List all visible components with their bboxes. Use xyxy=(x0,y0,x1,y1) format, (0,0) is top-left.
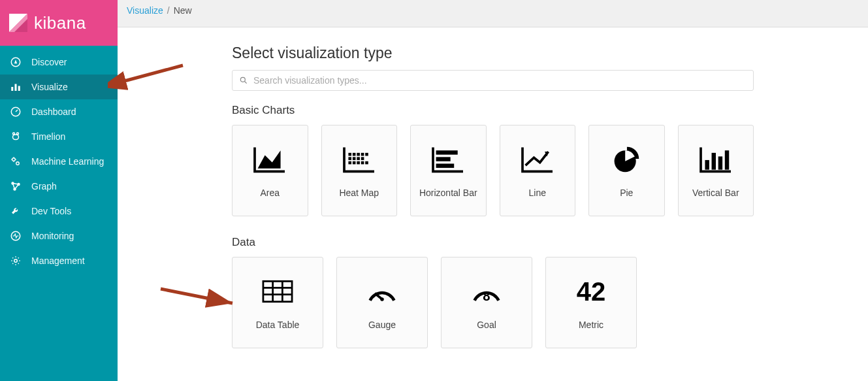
brand-name: kibana xyxy=(34,13,86,33)
sidebar-item-discover[interactable]: Discover xyxy=(0,50,118,75)
svg-rect-12 xyxy=(13,135,19,140)
viz-card-label: Horizontal Bar xyxy=(419,188,477,198)
svg-rect-47 xyxy=(711,153,715,170)
vertical-bar-icon xyxy=(696,143,735,176)
sidebar-item-monitoring[interactable]: Monitoring xyxy=(0,224,118,248)
sidebar-item-management[interactable]: Management xyxy=(0,248,118,273)
viz-card-label: Line xyxy=(529,188,546,198)
svg-line-24 xyxy=(245,82,247,84)
bear-icon xyxy=(9,130,22,143)
sidebar-item-dev-tools[interactable]: Dev Tools xyxy=(0,199,118,224)
svg-rect-28 xyxy=(357,153,360,156)
svg-rect-41 xyxy=(436,150,458,154)
viz-card-metric[interactable]: 42 Metric xyxy=(545,257,637,348)
nav: Discover Visualize Dashboard xyxy=(0,46,118,273)
svg-text:8: 8 xyxy=(483,289,490,303)
svg-rect-50 xyxy=(263,281,292,301)
brand: kibana xyxy=(0,0,118,46)
metric-value: 42 xyxy=(577,278,606,305)
data-table-icon xyxy=(258,275,297,308)
svg-rect-46 xyxy=(705,160,709,170)
svg-rect-48 xyxy=(718,156,722,169)
heat-map-icon xyxy=(340,143,379,176)
sidebar-item-label: Management xyxy=(31,256,85,266)
viz-card-label: Data Table xyxy=(256,320,300,330)
search-icon xyxy=(239,76,248,85)
svg-rect-26 xyxy=(348,153,351,156)
svg-rect-33 xyxy=(357,157,360,160)
heartbeat-icon xyxy=(9,229,22,242)
svg-rect-30 xyxy=(365,153,368,156)
viz-card-label: Pie xyxy=(620,188,633,198)
sidebar-item-dashboard[interactable]: Dashboard xyxy=(0,99,118,124)
kibana-logo-icon xyxy=(8,12,29,33)
sidebar-item-label: Discover xyxy=(31,57,67,67)
viz-card-gauge[interactable]: Gauge xyxy=(336,257,428,348)
sidebar-item-timelion[interactable]: Timelion xyxy=(0,124,118,149)
search-input[interactable] xyxy=(253,75,747,86)
svg-rect-32 xyxy=(353,157,356,160)
gears-icon xyxy=(9,155,22,168)
svg-rect-6 xyxy=(15,84,17,91)
svg-rect-27 xyxy=(353,153,356,156)
svg-rect-7 xyxy=(18,86,20,91)
breadcrumb-separator: / xyxy=(167,5,170,16)
viz-card-goal[interactable]: 8 Goal xyxy=(441,257,532,348)
svg-rect-49 xyxy=(725,150,729,169)
viz-card-label: Goal xyxy=(477,320,496,330)
breadcrumb-link-visualize[interactable]: Visualize xyxy=(127,5,163,16)
svg-point-13 xyxy=(12,158,16,161)
svg-marker-25 xyxy=(258,150,281,169)
viz-card-label: Vertical Bar xyxy=(692,188,739,198)
svg-rect-39 xyxy=(365,161,368,165)
sidebar-item-label: Visualize xyxy=(31,82,68,92)
svg-rect-34 xyxy=(361,157,364,160)
svg-line-9 xyxy=(16,110,18,112)
svg-rect-43 xyxy=(436,163,455,167)
bar-chart-icon xyxy=(9,80,22,93)
viz-card-label: Area xyxy=(260,188,280,198)
svg-point-14 xyxy=(16,162,20,165)
sidebar-item-label: Monitoring xyxy=(31,231,74,241)
card-row-data: Data Table Gauge 8 xyxy=(232,257,754,348)
sidebar-item-label: Graph xyxy=(31,181,57,191)
sidebar-item-label: Dashboard xyxy=(31,107,76,117)
line-chart-icon xyxy=(518,143,557,176)
sidebar-item-label: Dev Tools xyxy=(31,206,71,216)
cog-icon xyxy=(9,254,22,267)
svg-rect-5 xyxy=(11,87,13,91)
svg-line-20 xyxy=(15,184,19,190)
sidebar-item-label: Machine Learning xyxy=(31,156,104,167)
viz-card-area[interactable]: Area xyxy=(232,125,308,216)
search-wrap[interactable] xyxy=(232,70,754,91)
viz-card-pie[interactable]: Pie xyxy=(588,125,665,216)
svg-point-22 xyxy=(14,259,18,263)
graph-icon xyxy=(9,180,22,193)
pie-chart-icon xyxy=(607,143,646,176)
gauge-icon xyxy=(9,105,22,118)
viz-card-label: Gauge xyxy=(368,320,396,330)
svg-rect-29 xyxy=(361,153,364,156)
sidebar-item-label: Timelion xyxy=(31,131,65,142)
wrench-icon xyxy=(9,205,22,218)
viz-card-line[interactable]: Line xyxy=(500,125,576,216)
main: Visualize / New Select visualization typ… xyxy=(118,0,868,381)
viz-card-horizontal-bar[interactable]: Horizontal Bar xyxy=(410,125,487,216)
area-chart-icon xyxy=(250,143,289,176)
svg-point-23 xyxy=(240,77,245,82)
section-title-data: Data xyxy=(232,236,754,249)
viz-card-label: Heat Map xyxy=(339,188,379,198)
metric-icon: 42 xyxy=(571,275,611,308)
viz-card-heat-map[interactable]: Heat Map xyxy=(321,125,398,216)
svg-rect-36 xyxy=(353,161,356,165)
sidebar-item-graph[interactable]: Graph xyxy=(0,174,118,199)
svg-rect-37 xyxy=(357,161,360,165)
goal-icon: 8 xyxy=(467,275,506,308)
viz-card-vertical-bar[interactable]: Vertical Bar xyxy=(678,125,754,216)
page-title: Select visualization type xyxy=(232,44,754,62)
viz-card-data-table[interactable]: Data Table xyxy=(232,257,323,348)
sidebar: kibana Discover Visualize xyxy=(0,0,118,381)
sidebar-item-machine-learning[interactable]: Machine Learning xyxy=(0,149,118,174)
sidebar-item-visualize[interactable]: Visualize xyxy=(0,75,118,99)
section-title-basic: Basic Charts xyxy=(232,104,754,117)
